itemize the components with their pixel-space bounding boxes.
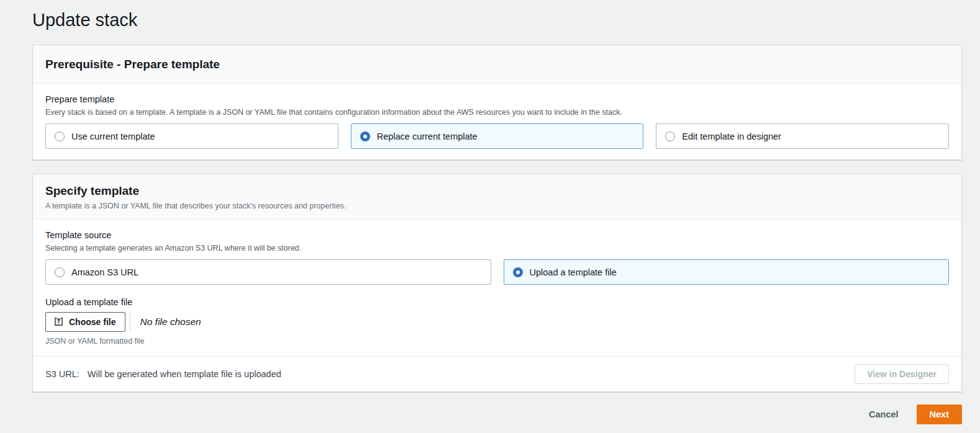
upload-template-file-block: Upload a template file Choose file No fi…	[45, 297, 949, 346]
s3-url-label: S3 URL:	[45, 369, 79, 379]
prepare-template-description: Every stack is based on a template. A te…	[45, 107, 949, 117]
next-button[interactable]: Next	[917, 404, 962, 424]
radio-icon[interactable]	[55, 132, 65, 141]
prerequisite-card-title: Prerequisite - Prepare template	[45, 57, 949, 72]
s3-url-value: Will be generated when template file is …	[88, 369, 281, 379]
choose-file-button[interactable]: Choose file	[45, 312, 125, 332]
specify-card-body: Template source Selecting a template gen…	[33, 220, 961, 356]
specify-template-card: Specify template A template is a JSON or…	[32, 174, 962, 392]
prepare-template-label: Prepare template	[45, 94, 949, 105]
radio-tile-edit-template-in-designer[interactable]: Edit template in designer	[656, 123, 949, 149]
specify-card-title: Specify template	[45, 184, 949, 199]
specify-card-footer: S3 URL: Will be generated when template …	[33, 356, 961, 391]
radio-tile-amazon-s3-url[interactable]: Amazon S3 URL	[45, 259, 491, 285]
prerequisite-card-body: Prepare template Every stack is based on…	[33, 84, 961, 159]
radio-tile-label: Amazon S3 URL	[71, 267, 138, 278]
file-input-divider	[130, 311, 130, 332]
radio-tile-label: Replace current template	[377, 131, 478, 142]
radio-tile-upload-template-file[interactable]: Upload a template file	[504, 259, 950, 285]
radio-tile-label: Upload a template file	[530, 267, 617, 278]
template-source-label: Template source	[45, 230, 949, 241]
choose-file-button-label: Choose file	[69, 317, 116, 327]
template-source-options: Amazon S3 URL Upload a template file	[45, 259, 949, 285]
radio-icon[interactable]	[513, 267, 523, 277]
prerequisite-card-header: Prerequisite - Prepare template	[33, 45, 961, 84]
page-title: Update stack	[32, 9, 962, 31]
radio-tile-use-current-template[interactable]: Use current template	[45, 123, 338, 149]
upload-template-file-label: Upload a template file	[45, 297, 949, 307]
s3-url-line: S3 URL: Will be generated when template …	[45, 369, 281, 379]
upload-helper-text: JSON or YAML formatted file	[45, 337, 949, 346]
upload-icon	[54, 317, 63, 326]
radio-icon[interactable]	[55, 267, 65, 277]
prepare-template-options: Use current template Replace current tem…	[45, 123, 949, 149]
view-in-designer-button[interactable]: View in Designer	[855, 364, 949, 384]
specify-card-subtitle: A template is a JSON or YAML file that d…	[45, 201, 949, 211]
file-input-row: Choose file No file chosen	[45, 311, 949, 332]
prerequisite-card: Prerequisite - Prepare template Prepare …	[32, 45, 962, 160]
radio-icon[interactable]	[665, 132, 675, 141]
radio-tile-label: Edit template in designer	[682, 131, 781, 142]
radio-tile-label: Use current template	[71, 131, 155, 142]
template-source-description: Selecting a template generates an Amazon…	[45, 243, 949, 253]
specify-card-header: Specify template A template is a JSON or…	[33, 174, 961, 220]
cancel-button[interactable]: Cancel	[869, 406, 899, 423]
no-file-chosen-text: No file chosen	[140, 316, 201, 328]
radio-icon[interactable]	[360, 132, 370, 141]
wizard-actions: Cancel Next	[0, 404, 962, 424]
radio-tile-replace-current-template[interactable]: Replace current template	[351, 123, 644, 149]
